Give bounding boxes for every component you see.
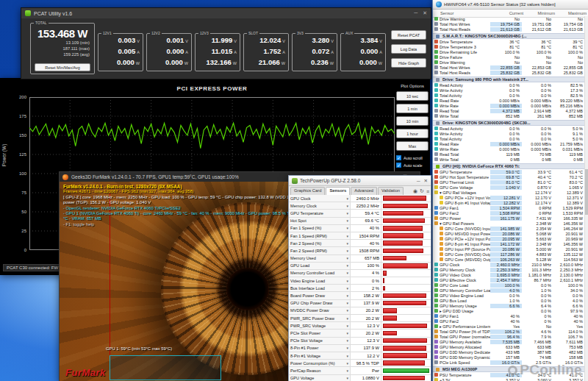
sensor-row[interactable]: Total Host Writes19,754 GB19,751 GB19,75… <box>433 21 585 26</box>
sensor-row[interactable]: Read Rate0.000 MB/s0.000 MB/s99.220 MB/s <box>433 98 585 103</box>
dropdown-icon[interactable]: ▾ <box>346 204 348 208</box>
sensor-row[interactable]: GPU Fan21,508 RPM0 RPM1,533 RPM <box>433 210 585 216</box>
column-header-maximum[interactable]: Maximum <box>557 11 588 15</box>
sensor-row[interactable]: GPU Video Clock1,695.0 MHz1,181.0 MHz2,1… <box>433 272 585 277</box>
gpuz-titlebar[interactable]: TechPowerUp GPU-Z 2.58.0 ─ ✕ <box>289 176 431 186</box>
menu-icon[interactable]: ≡ <box>426 189 429 194</box>
sensor-row[interactable]: Drive FailureNoNoNo <box>433 54 585 60</box>
dropdown-icon[interactable]: ▾ <box>346 263 348 268</box>
dropdown-icon[interactable]: ▾ <box>346 324 348 328</box>
plot-range-10-sec-button[interactable]: 10 sec <box>396 91 429 101</box>
sensor-row[interactable]: GPU Memory Available7,535 MB7,466 MB7,61… <box>433 339 585 344</box>
sensor-row[interactable]: Read Total119 MB70 MB119 MB <box>433 152 585 157</box>
sensor-row[interactable]: GPU Thermal Limit81.0 °C81.0 °C83.0 °C <box>433 179 585 185</box>
sensor-row[interactable]: GPU Fan240 %0 %40 % <box>433 318 585 324</box>
sensor-row[interactable]: Total Activity0.0 %0.0 %5.0 % <box>433 136 585 141</box>
sensor-row[interactable]: GPU Core (MSVDD) Output Power106.263 W5.… <box>433 257 585 262</box>
dropdown-icon[interactable]: ▾ <box>346 376 348 380</box>
column-header-current[interactable]: Current <box>494 11 526 15</box>
sensor-row[interactable]: Write Activity0.0 %0.0 %9.1 % <box>433 131 585 136</box>
dropdown-icon[interactable]: ▾ <box>346 234 348 238</box>
dropdown-icon[interactable]: ▾ <box>346 241 348 246</box>
dropdown-icon[interactable]: ▾ <box>346 249 348 253</box>
sensor-group-header[interactable]: Drive: Samsung 980 PRO with Heatsink 2T.… <box>433 76 585 82</box>
sensor-group-header[interactable]: Drive: KINGSTON SKC3000D2048G (SKC30... <box>433 120 585 126</box>
sensor-row[interactable]: Drive WarningNoNoNo <box>433 60 585 65</box>
sensor-row[interactable]: Write Activity0.0 %0.0 %17.3 % <box>433 88 585 93</box>
close-icon[interactable]: ✕ <box>424 178 428 184</box>
dropdown-icon[interactable]: ▾ <box>346 286 348 291</box>
sensor-row[interactable]: GPU Memory Allocated633 MB633 MB753 MB <box>433 344 585 349</box>
sensor-row[interactable]: Write Rate0.000 MB/s0.000 MB/s85.216 MB/… <box>433 103 585 108</box>
dropdown-icon[interactable]: ▾ <box>346 316 348 321</box>
hide-graph-button[interactable]: Hide Graph <box>391 58 426 68</box>
sensor-row[interactable]: GPU Memory Usage6.6 %6.4 %6.6 % <box>433 303 585 308</box>
minimize-icon[interactable]: ─ <box>414 8 417 18</box>
sensor-row[interactable]: GPU Power161.175 W7.431 W166.335 W <box>433 216 585 221</box>
sensor-row[interactable]: ▾ GPU Rail Powers2.348 W146.356 W <box>433 221 585 226</box>
column-header-sensor[interactable]: Sensor <box>433 11 494 15</box>
sensor-group-header[interactable]: GPU [#0]: NVIDIA GeForce RTX 4060 Ti: <box>433 163 585 169</box>
minimize-icon[interactable]: ─ <box>417 178 420 184</box>
sensor-row[interactable]: GPU Input PP (Source Power) (Sum)20.086 … <box>433 246 585 252</box>
sensor-row[interactable]: GPU Effective Clock2,454.7 MHz86.7 MHz2,… <box>433 277 585 282</box>
sensor-group-header[interactable]: MSI MEG Ai1300P <box>433 366 585 372</box>
sensor-row[interactable]: GPU MSVDD Input Power (sum)20.086 W5.068… <box>433 231 585 236</box>
dropdown-icon[interactable]: ▾ <box>346 218 348 223</box>
sensor-row[interactable]: Total GPU Power (normalized) [% of TDP]9… <box>433 334 585 339</box>
close-icon[interactable]: ✕ <box>423 8 427 18</box>
dropdown-icon[interactable]: ▾ <box>346 293 348 298</box>
dropdown-icon[interactable]: ▾ <box>346 279 348 283</box>
sensor-row[interactable]: GPU Bus Load1.0 %0.0 %4.0 % <box>433 298 585 303</box>
sensor-row[interactable]: Write Total0 MB0 MB0 MB <box>433 157 585 162</box>
sensor-row[interactable]: Drive Temperature 381 °C81 °C81 °C <box>433 44 585 49</box>
sensor-row[interactable]: PSU Temperature41.0 °C34.0 °C41.0 °C <box>433 372 585 377</box>
column-header-minimum[interactable]: Minimum <box>526 11 557 15</box>
sensor-row[interactable]: GPU PCIe +12V Input Voltage12.281 V12.17… <box>433 195 585 200</box>
sensor-row[interactable]: ▾ GPU Rail Voltages12.174 V12.389 V <box>433 190 585 195</box>
scrollbar[interactable] <box>584 16 588 381</box>
sensor-row[interactable]: GPU Memory Controller Load4.0 %1.0 %34.0… <box>433 288 585 293</box>
sensor-row[interactable]: Total Host Reads21,613 GB21,612 GB21,613… <box>433 26 585 32</box>
sensor-row[interactable]: Drive WarningNoNoNo <box>433 16 585 21</box>
dropdown-icon[interactable]: ▾ <box>346 196 348 201</box>
sensor-row[interactable]: Drive Remaining Life100.0 %100.0 %100.0 … <box>433 49 585 54</box>
camera-icon[interactable]: ◉ <box>413 188 417 194</box>
sensor-row[interactable]: GPU Clock2,460.0 MHz210.0 MHz2,610.0 MHz <box>433 262 585 267</box>
sensor-row[interactable]: GPU Temperature59.0 °C33.9 °C61.4 °C <box>433 169 585 174</box>
sensor-row[interactable]: GPU D3D Memory Dedicated433 MB387 MB482 … <box>433 349 585 355</box>
pcat-titlebar[interactable]: PCAT Utility v1.6 ─ ✕ <box>21 8 431 18</box>
sensor-row[interactable]: GPU D3D Memory Dynamic157 MB74 MB158 MB <box>433 355 585 360</box>
tab-advanced[interactable]: Advanced <box>351 187 377 195</box>
sensor-row[interactable]: Read Rate0.000 MB/s0.000 MB/s21.759 MB/s <box>433 141 585 146</box>
sensor-row[interactable]: GPU Memory Clock2,250.3 MHz101.3 MHz2,25… <box>433 267 585 272</box>
sensor-row[interactable]: Write Rate0.000 MB/s0.000 MB/s0.031 MB/s <box>433 146 585 152</box>
dropdown-icon[interactable]: ▾ <box>346 346 348 350</box>
sensor-row[interactable]: GPU Video Engine Load0.0 %0.0 %0.0 % <box>433 293 585 298</box>
sensor-row[interactable]: ▸ GPU Performance LimitersYesNoYes <box>433 324 585 329</box>
auto-scroll-checkbox[interactable]: ✓Auto scroll <box>396 155 429 160</box>
plot-range-max-button[interactable]: Max <box>396 141 429 151</box>
hwinfo-titlebar[interactable]: HWiNFO64 v7.46-5110 Sensor Status [32 va… <box>433 0 588 10</box>
reset-pcat-button[interactable]: Reset PCAT <box>391 30 426 40</box>
sensor-row[interactable]: Drive Temperature36 °C36 °C39 °C <box>433 39 585 44</box>
sensor-row[interactable]: GPU Hot Spot Temperature69.8 °C40.4 °C70… <box>433 174 585 179</box>
plot-range-10-min-button[interactable]: 10 min <box>396 116 429 126</box>
sensor-row[interactable]: GPU PCIe +12V Input Power20.095 W5.663 W… <box>433 236 585 241</box>
sensor-row[interactable]: Total GPU Power [% of TDP]106.2 %4.6 %11… <box>433 329 585 334</box>
sensor-row[interactable]: GPU Core (NVVDD) Output Power117.286 W4.… <box>433 252 585 257</box>
sensor-row[interactable]: GPU 8-pin #1 Input Power141.172 W2.348 W… <box>433 241 585 246</box>
sensor-row[interactable]: GPU 8-pin #1 Input Voltage12.282 V12.174… <box>433 200 585 205</box>
refresh-icon[interactable]: ↻ <box>420 188 424 194</box>
dropdown-icon[interactable]: ▾ <box>346 256 348 260</box>
auto-scale-checkbox[interactable]: ✓Auto scale <box>396 163 429 168</box>
sensor-row[interactable]: Total Activity0.0 %0.0 %82.5 % <box>433 93 585 98</box>
tab-validation[interactable]: Validation <box>378 187 404 195</box>
sensor-row[interactable]: Write Total852 MB261 MB852 MB <box>433 113 585 118</box>
sensor-row[interactable]: ▸ GPU D3D Usage0.0 %97.9 % <box>433 308 585 313</box>
sensor-row[interactable]: Read Total4,372 MB2,914 MB4,372 MB <box>433 108 585 113</box>
dropdown-icon[interactable]: ▾ <box>346 368 348 373</box>
sensor-row[interactable]: GPU Fan140 %0 %40 % <box>433 313 585 318</box>
sensor-row[interactable]: GPU Core (NVVDD) Input Power (sum)141.98… <box>433 226 585 231</box>
dropdown-icon[interactable]: ▾ <box>346 354 348 358</box>
